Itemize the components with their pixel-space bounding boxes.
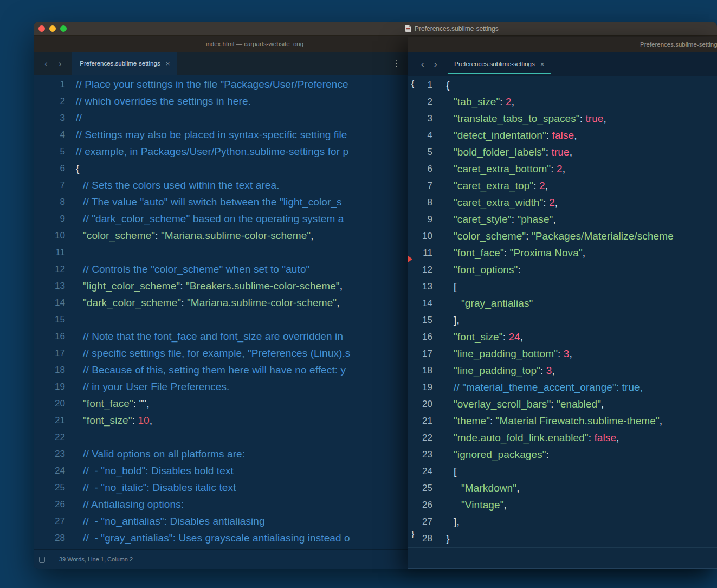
code-text: // Place your settings in the file "Pack… [65, 79, 348, 91]
line-number: 16 [408, 332, 432, 343]
code-text: // Because of this, setting them here wi… [65, 364, 346, 376]
line-number: 17 [408, 348, 432, 359]
code-line[interactable]: 27], [408, 513, 717, 530]
active-tab-underline [448, 73, 551, 74]
nav-forward-button[interactable]: › [434, 60, 437, 69]
status-indicator-icon[interactable] [39, 557, 45, 563]
right-editor[interactable]: { } 1{2"tab_size": 2,3"translate_tabs_to… [408, 76, 717, 547]
code-line[interactable]: 21"theme": "Material Firewatch.sublime-t… [408, 412, 717, 429]
line-number: 17 [34, 348, 65, 359]
line-number: 8 [34, 197, 65, 208]
code-line[interactable]: 26"Vintage", [408, 496, 717, 513]
code-line[interactable]: 24[ [408, 463, 717, 480]
code-text: "caret_style": "phase", [432, 214, 556, 225]
code-text: "font_size": 10, [65, 415, 152, 427]
line-number: 9 [408, 214, 432, 225]
code-line[interactable]: 15], [408, 312, 717, 328]
status-text: 39 Words, Line 1, Column 2 [59, 556, 133, 563]
code-line[interactable]: 10"color_scheme": "Packages/Materialize/… [408, 228, 717, 244]
line-number: 24 [34, 466, 65, 476]
modified-marker [408, 256, 412, 262]
code-text: // - "no_italic": Disables italic text [65, 482, 236, 494]
code-line[interactable]: 19// "material_theme_accent_orange": tru… [408, 379, 717, 396]
line-number: 15 [34, 314, 65, 325]
code-line[interactable]: 14"gray_antialias" [408, 295, 717, 312]
line-number: 23 [34, 449, 65, 460]
code-line[interactable]: 22"mde.auto_fold_link.enabled": false, [408, 429, 717, 446]
code-line[interactable]: 8"caret_extra_width": 2, [408, 194, 717, 211]
overflow-menu-button[interactable]: ⋮ [392, 59, 401, 68]
line-number: 19 [34, 382, 65, 392]
sublime-window-front: Preferences.sublime-settings ‹ › Prefere… [408, 37, 717, 569]
line-number: 8 [408, 197, 432, 208]
line-number: 7 [34, 180, 65, 191]
code-line[interactable]: 11"font_face": "Proxima Nova", [408, 244, 717, 261]
tab-preferences-user[interactable]: Preferences.sublime-settings × [447, 52, 552, 76]
line-number: 27 [34, 516, 65, 527]
right-editor-lines: 1{2"tab_size": 2,3"translate_tabs_to_spa… [408, 76, 717, 547]
window-title: Preferences.sublime-settings [415, 25, 499, 33]
code-text: [ [432, 466, 456, 477]
line-number: 15 [408, 315, 432, 326]
code-text: "line_padding_top": 3, [432, 365, 555, 377]
code-text: // - "no_bold": Disables bold text [65, 465, 234, 477]
code-text: "overlay_scroll_bars": "enabled", [432, 398, 604, 410]
code-line[interactable]: 5"bold_folder_labels": true, [408, 144, 717, 160]
code-line[interactable]: 23"ignored_packages": [408, 446, 717, 463]
line-number: 4 [34, 130, 65, 140]
desktop: Preferences.sublime-settings index.html … [0, 0, 717, 588]
line-number: 5 [34, 146, 65, 157]
code-line[interactable]: 6"caret_extra_bottom": 2, [408, 160, 717, 177]
code-line[interactable]: 25"Markdown", [408, 480, 717, 496]
tab-preferences-default[interactable]: Preferences.sublime-settings × [72, 52, 177, 75]
code-line[interactable]: 4"detect_indentation": false, [408, 127, 717, 144]
nav-back-button[interactable]: ‹ [421, 60, 424, 69]
code-line[interactable]: 28} [408, 530, 717, 547]
code-text: // Antialiasing options: [65, 499, 184, 511]
nav-forward-button[interactable]: › [59, 59, 62, 68]
code-line[interactable]: 20"overlay_scroll_bars": "enabled", [408, 396, 717, 412]
code-line[interactable]: 16"font_size": 24, [408, 328, 717, 345]
tab-close-icon[interactable]: × [166, 60, 170, 68]
line-number: 2 [34, 96, 65, 107]
titlebar[interactable]: Preferences.sublime-settings [34, 22, 717, 36]
line-number: 26 [34, 499, 65, 510]
code-line[interactable]: 7"caret_extra_top": 2, [408, 177, 717, 194]
code-text: [ [432, 281, 456, 293]
line-number: 16 [34, 331, 65, 342]
code-line[interactable]: 9"caret_style": "phase", [408, 211, 717, 228]
code-text: // Valid options on all platforms are: [65, 448, 245, 460]
line-number: 3 [34, 113, 65, 124]
tab-label: Preferences.sublime-settings [454, 61, 534, 67]
code-text: // "material_theme_accent_orange": true, [432, 382, 643, 393]
code-text: "bold_folder_labels": true, [432, 146, 572, 158]
minimize-button[interactable] [49, 25, 56, 32]
code-line[interactable]: 13[ [408, 278, 717, 295]
code-line[interactable]: 18"line_padding_top": 3, [408, 362, 717, 379]
line-number: 14 [34, 298, 65, 308]
zoom-button[interactable] [60, 25, 67, 32]
line-number: 13 [408, 281, 432, 292]
code-line[interactable]: 12"font_options": [408, 261, 717, 278]
front-titlebar[interactable]: Preferences.sublime-settings [408, 37, 717, 52]
code-text: "light_color_scheme": "Breakers.sublime-… [65, 280, 343, 292]
code-line[interactable]: 1{ [408, 76, 717, 93]
line-number: 5 [408, 147, 432, 158]
line-number: 10 [408, 231, 432, 242]
code-text: // "dark_color_scheme" based on the oper… [65, 213, 344, 225]
bracket-fold-marker-close: } [411, 529, 414, 538]
nav-back-button[interactable]: ‹ [44, 59, 48, 68]
code-text: // Settings may also be placed in syntax… [65, 129, 347, 141]
tab-close-icon[interactable]: × [540, 60, 545, 68]
code-line[interactable]: 2"tab_size": 2, [408, 93, 717, 110]
code-text: "mde.auto_fold_link.enabled": false, [432, 432, 619, 444]
code-text: } [432, 533, 449, 545]
line-number: 12 [408, 264, 432, 275]
line-number: 25 [408, 483, 432, 494]
code-text: "caret_extra_top": 2, [432, 180, 548, 192]
code-line[interactable]: 3"translate_tabs_to_spaces": true, [408, 110, 717, 127]
close-button[interactable] [38, 25, 45, 32]
line-number: 10 [34, 230, 65, 241]
code-text: "dark_color_scheme": "Mariana.sublime-co… [65, 297, 340, 309]
code-line[interactable]: 17"line_padding_bottom": 3, [408, 345, 717, 362]
